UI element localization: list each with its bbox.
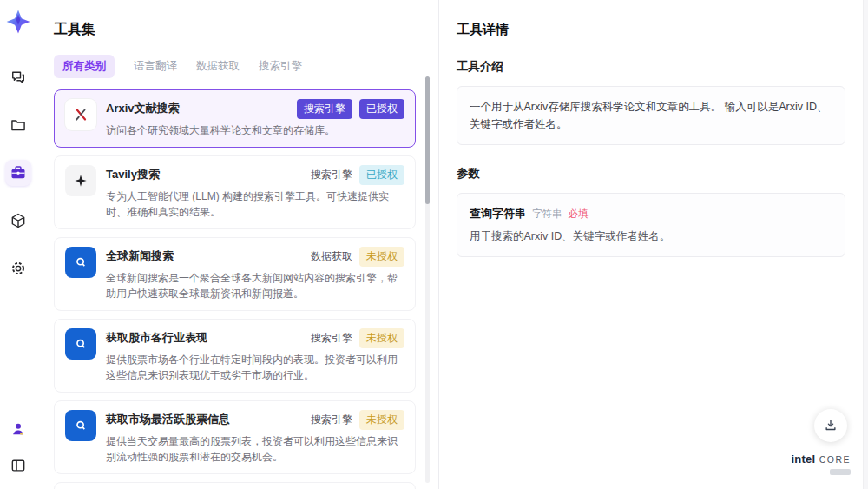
tool-detail-panel: 工具详情 工具介绍 一个用于从Arxiv存储库搜索科学论文和文章的工具。 输入可… [438, 0, 868, 489]
app-logo-icon [5, 9, 31, 35]
sidebar-bottom [5, 416, 31, 479]
core-logo-text: CORE [819, 454, 851, 465]
user-avatar[interactable] [5, 416, 31, 442]
card-content: 获取股市各行业表现 搜索引擎 未授权 提供股票市场各个行业在特定时间段内的表现。… [106, 328, 404, 383]
stock-search-app-icon [65, 410, 96, 441]
tool-name: Arxiv文献搜索 [106, 99, 180, 116]
sidebar-item-chat[interactable] [5, 64, 31, 90]
param-description: 用于搜索的Arxiv ID、关键字或作者姓名。 [470, 229, 832, 244]
params-heading: 参数 [457, 166, 845, 182]
category-label: 搜索引擎 [311, 165, 352, 185]
tavily-star-icon [65, 165, 96, 196]
sidebar-nav [5, 64, 31, 281]
auth-status-badge: 已授权 [359, 99, 404, 119]
list-scrollbar-thumb[interactable] [425, 76, 430, 204]
auth-status-badge: 未授权 [359, 247, 404, 267]
magnifier-icon [72, 335, 89, 353]
auth-status-badge: 未授权 [359, 328, 404, 348]
intro-text-box: 一个用于从Arxiv存储库搜索科学论文和文章的工具。 输入可以是Arxiv ID… [457, 86, 845, 145]
page-title: 工具集 [54, 21, 438, 39]
app-window: 工具集 所有类别 语言翻译 数据获取 搜索引擎 Arxiv文献搜索 [0, 0, 868, 489]
download-button[interactable] [814, 409, 847, 442]
four-point-star-icon [72, 172, 89, 189]
category-badge: 搜索引擎 [297, 99, 352, 119]
arxiv-logo-icon [65, 99, 96, 130]
intel-core-logo: intel CORE [791, 451, 851, 475]
tool-description: 访问各个研究领域大量科学论文和文章的存储库。 [106, 122, 404, 138]
param-required-flag: 必填 [569, 208, 589, 221]
tab-search-engine[interactable]: 搜索引擎 [259, 55, 302, 78]
intel-logo-text: intel [791, 453, 815, 466]
tool-description: 全球新闻搜索是一个聚合全球各大新闻网站内容的搜索引擎，帮助用户快速获取全球最新资… [106, 270, 404, 301]
tab-all-categories[interactable]: 所有类别 [54, 55, 115, 78]
tools-list-panel: 工具集 所有类别 语言翻译 数据获取 搜索引擎 Arxiv文献搜索 [36, 0, 438, 489]
tab-language-translation[interactable]: 语言翻译 [134, 55, 177, 78]
intro-heading: 工具介绍 [457, 59, 845, 75]
tool-card-active-stocks[interactable]: 获取市场最活跃股票信息 搜索引擎 未授权 提供当天交易量最高的股票列表，投资者可… [54, 400, 416, 474]
window-scrollbar-track[interactable] [863, 0, 868, 489]
sparkle-logo-icon [5, 9, 31, 35]
parameter-card: 查询字符串 字符串 必填 用于搜索的Arxiv ID、关键字或作者姓名。 [457, 193, 845, 257]
sidebar-item-packages[interactable] [5, 208, 31, 234]
tab-data-fetch[interactable]: 数据获取 [196, 55, 240, 78]
sidebar-item-tools[interactable] [5, 160, 31, 186]
param-type: 字符串 [532, 208, 562, 221]
tool-name: 获取市场最活跃股票信息 [106, 410, 230, 427]
user-icon [10, 420, 27, 438]
magnifier-icon [72, 254, 89, 271]
tool-name: 获取股市各行业表现 [106, 328, 207, 346]
intel-ultra-mark [830, 469, 851, 475]
category-label: 搜索引擎 [311, 328, 352, 348]
panel-layout-icon [10, 457, 27, 474]
arxiv-x-icon [71, 105, 90, 124]
folder-icon [10, 116, 27, 134]
card-content: Tavily搜索 搜索引擎 已授权 专为人工智能代理 (LLM) 构建的搜索引擎… [106, 165, 404, 220]
list-scrollbar-track[interactable] [425, 76, 430, 483]
tool-card-arxiv[interactable]: Arxiv文献搜索 搜索引擎 已授权 访问各个研究领域大量科学论文和文章的存储库… [54, 89, 416, 148]
news-search-app-icon [65, 247, 96, 278]
chat-icon [10, 69, 27, 86]
sidebar-item-settings[interactable] [5, 255, 31, 281]
tool-description: 提供当天交易量最高的股票列表，投资者可以利用这些信息来识别流动性强的股票和潜在的… [106, 433, 404, 465]
tool-description: 专为人工智能代理 (LLM) 构建的搜索引擎工具。可快速提供实时、准确和真实的结… [106, 188, 404, 220]
toolbox-icon [10, 164, 27, 182]
tool-cards-list: Arxiv文献搜索 搜索引擎 已授权 访问各个研究领域大量科学论文和文章的存储库… [54, 89, 438, 489]
auth-status-badge: 未授权 [359, 410, 404, 430]
download-icon [823, 418, 838, 433]
param-name: 查询字符串 [470, 206, 526, 221]
tool-name: Tavily搜索 [106, 165, 160, 182]
tool-card-tavily[interactable]: Tavily搜索 搜索引擎 已授权 专为人工智能代理 (LLM) 构建的搜索引擎… [54, 155, 416, 229]
category-label: 数据获取 [311, 247, 352, 267]
sidebar-item-files[interactable] [5, 112, 31, 138]
detail-title: 工具详情 [457, 22, 845, 38]
magnifier-icon [72, 417, 89, 434]
tool-name: 全球新闻搜索 [106, 247, 174, 264]
card-content: Arxiv文献搜索 搜索引擎 已授权 访问各个研究领域大量科学论文和文章的存储库… [106, 99, 404, 138]
tool-card-sector-performance[interactable]: 获取股市各行业表现 搜索引擎 未授权 提供股票市场各个行业在特定时间段内的表现。… [54, 319, 416, 393]
cube-icon [10, 212, 27, 229]
category-tabs: 所有类别 语言翻译 数据获取 搜索引擎 [54, 55, 438, 78]
tool-card-regional-news[interactable]: 万维地区新闻查询 搜索引擎 未授权 查询具体行政区划内的新闻，快速了解各地新闻动 [54, 482, 416, 489]
auth-status-badge: 已授权 [359, 165, 404, 185]
card-content: 全球新闻搜索 数据获取 未授权 全球新闻搜索是一个聚合全球各大新闻网站内容的搜索… [106, 247, 404, 301]
gear-icon [10, 260, 27, 277]
card-content: 获取市场最活跃股票信息 搜索引擎 未授权 提供当天交易量最高的股票列表，投资者可… [106, 410, 404, 465]
category-label: 搜索引擎 [311, 410, 352, 430]
collapse-sidebar-button[interactable] [5, 453, 31, 479]
tool-card-global-news[interactable]: 全球新闻搜索 数据获取 未授权 全球新闻搜索是一个聚合全球各大新闻网站内容的搜索… [54, 237, 416, 311]
tool-description: 提供股票市场各个行业在特定时间段内的表现。投资者可以利用这些信息来识别表现优于或… [106, 352, 404, 383]
icon-sidebar [0, 0, 36, 489]
stock-search-app-icon [65, 328, 96, 360]
